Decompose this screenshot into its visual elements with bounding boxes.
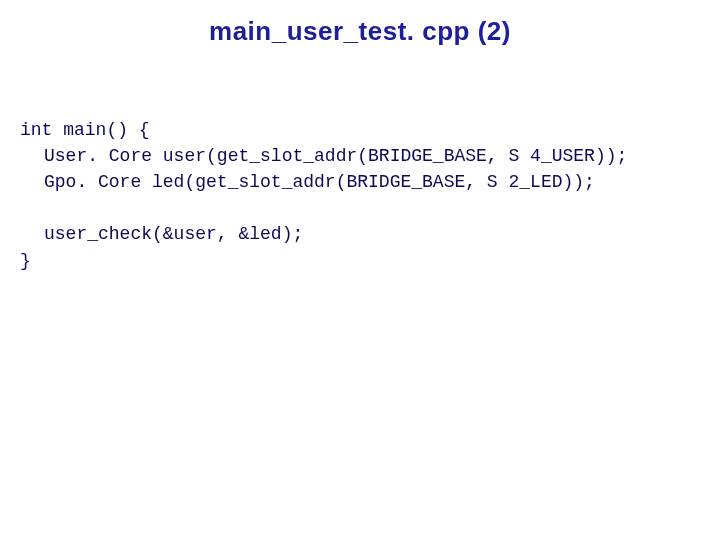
code-line-1: int main() { [20,120,150,140]
code-block: int main() { User. Core user(get_slot_ad… [20,91,700,300]
code-line-5: user_check(&user, &led); [44,224,303,244]
code-line-6: } [20,251,31,271]
slide: main_user_test. cpp (2) int main() { Use… [0,0,720,540]
code-line-3: Gpo. Core led(get_slot_addr(BRIDGE_BASE,… [44,172,595,192]
code-line-2: User. Core user(get_slot_addr(BRIDGE_BAS… [44,146,627,166]
page-title: main_user_test. cpp (2) [20,16,700,47]
